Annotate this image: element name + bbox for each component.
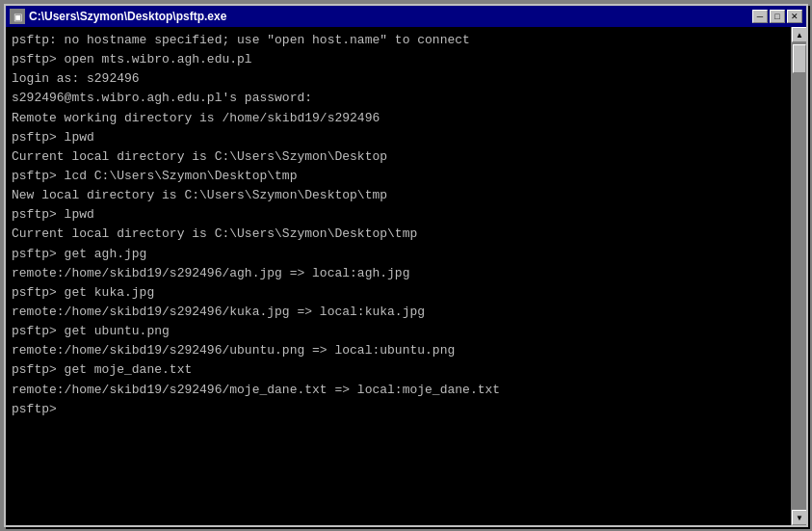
main-window: ▣ C:\Users\Szymon\Desktop\psftp.exe ─ □ …: [4, 4, 808, 527]
titlebar-controls: ─ □ ✕: [752, 10, 802, 23]
scroll-track: [792, 42, 806, 510]
terminal-area[interactable]: psftp: no hostname specified; use "open …: [6, 27, 791, 525]
titlebar: ▣ C:\Users\Szymon\Desktop\psftp.exe ─ □ …: [6, 6, 806, 27]
minimize-button[interactable]: ─: [752, 10, 768, 23]
scroll-down-button[interactable]: ▼: [792, 510, 806, 525]
window-title: C:\Users\Szymon\Desktop\psftp.exe: [29, 10, 226, 23]
app-icon: ▣: [10, 9, 25, 24]
titlebar-left: ▣ C:\Users\Szymon\Desktop\psftp.exe: [10, 9, 226, 24]
scroll-thumb[interactable]: [793, 44, 806, 73]
window-body: psftp: no hostname specified; use "open …: [6, 27, 806, 525]
scroll-up-button[interactable]: ▲: [792, 27, 806, 42]
terminal-output: psftp: no hostname specified; use "open …: [12, 31, 785, 419]
close-button[interactable]: ✕: [787, 10, 802, 23]
scrollbar: ▲ ▼: [791, 27, 806, 525]
maximize-button[interactable]: □: [770, 10, 785, 23]
